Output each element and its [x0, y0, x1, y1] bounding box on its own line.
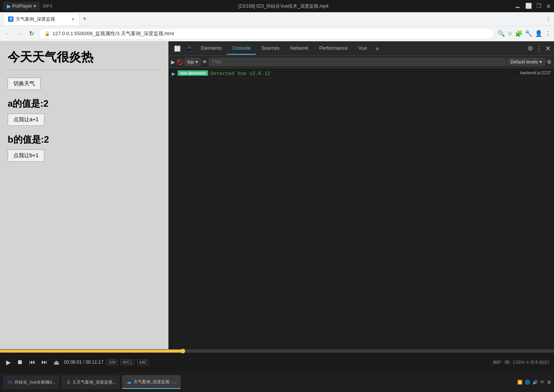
prev-button[interactable]: ⏮	[28, 357, 37, 367]
devtools-toolbar-right: ⚙ ⋮ ✕	[382, 44, 551, 53]
taskbar-item-editor[interactable]: 3 3.天气案例_深度监视...	[62, 375, 120, 389]
taskbar-word-label: 尚硅谷_Vue全家桶d...	[15, 379, 55, 385]
more-tabs-icon[interactable]: »	[373, 42, 381, 55]
bookmark-icon[interactable]: ☆	[507, 30, 513, 37]
increment-a-button[interactable]: 点我让a+1	[8, 114, 44, 126]
tab-title: 天气案例_深度监视	[16, 16, 69, 23]
detected-text: Detected Vue v2.6.12	[210, 70, 270, 76]
divider	[8, 70, 161, 70]
sys-tray: 🔼 🌐 🔊 中 🖥	[517, 379, 551, 385]
taskbar-item-browser[interactable]: ☁ 天气案例_深度监视 - ...	[122, 375, 181, 389]
address-bar: ← → ↻ 🔒 127.0.0.1:5500/09_监视属性/3.天气案例_深度…	[0, 26, 554, 41]
word-icon: W	[7, 379, 13, 385]
extension-icon[interactable]: 🧩	[515, 30, 523, 37]
browser-icon: ☁	[126, 379, 132, 385]
minimize-icon[interactable]: 🗕	[515, 3, 521, 10]
vue-devtools-badge: vue-devtools	[178, 70, 208, 76]
console-clear-button[interactable]: ▶	[171, 59, 175, 65]
format-label: MP4	[43, 3, 52, 9]
window-controls: 🗕 ⬜ ❐ ✕	[515, 3, 551, 10]
context-dropdown-icon: ▾	[196, 59, 198, 65]
next-button[interactable]: ⏭	[40, 357, 49, 367]
avc1-tag: AVC1	[121, 359, 134, 365]
a-value-label: a的值是:2	[8, 98, 161, 110]
tab-performance[interactable]: Performance	[314, 42, 353, 55]
lock-icon: 🔒	[44, 31, 50, 36]
progress-dot[interactable]	[181, 349, 185, 353]
tab-console[interactable]: Console	[227, 42, 256, 55]
console-stop-button[interactable]: 🚫	[177, 59, 183, 65]
console-settings-button[interactable]: ⚙	[547, 59, 552, 65]
devtools-responsive-button[interactable]: 📱	[184, 44, 195, 53]
maximize-icon[interactable]: ❐	[536, 3, 541, 10]
play-button[interactable]: ▶	[5, 357, 12, 368]
title-bar: ▶ PotPlayer ▾ MP4 [23/168] 023_尚硅谷Vue技术_…	[0, 0, 554, 12]
address-input[interactable]: 🔒 127.0.0.1:5500/09_监视属性/3.天气案例_深度监视.htm…	[39, 28, 494, 39]
context-selector[interactable]: top ▾	[185, 58, 200, 66]
webpage: 今天天气很炎热 切换天气 a的值是:2 点我让a+1 b的值是:2 点我让b+1	[0, 41, 168, 349]
taskbar-browser-label: 天气案例_深度监视 - ...	[134, 379, 177, 385]
extensions-icon[interactable]: 🔧	[525, 30, 533, 37]
eye-button[interactable]: 👁	[202, 59, 207, 65]
devtools-close-button[interactable]: ✕	[545, 44, 551, 53]
angle-label: 360°	[493, 360, 502, 364]
back-button[interactable]: ←	[3, 29, 12, 39]
account-icon[interactable]: 👤	[535, 30, 543, 37]
tab-vue[interactable]: Vue	[353, 42, 373, 55]
level-label: Default levels	[510, 59, 538, 65]
browser-menu-icon[interactable]: ⋮	[546, 16, 551, 22]
tray-volume-icon[interactable]: 🔊	[533, 380, 538, 385]
main-area: 今天天气很炎热 切换天气 a的值是:2 点我让a+1 b的值是:2 点我让b+1…	[0, 41, 554, 349]
console-message: ▶ vue-devtools Detected Vue v2.6.12 back…	[169, 70, 554, 78]
tab-sources[interactable]: Sources	[256, 42, 285, 55]
stop-button[interactable]: ⏹	[15, 357, 24, 367]
tab-close-button[interactable]: ×	[72, 16, 75, 22]
zoom-icon[interactable]: 🔍	[497, 30, 505, 37]
taskbar-right: 🔼 🌐 🔊 中 🖥	[183, 379, 551, 385]
progress-bar[interactable]	[0, 350, 554, 353]
tray-display-icon[interactable]: 🖥	[547, 380, 551, 384]
devtools-select-button[interactable]: ⬜	[172, 44, 183, 53]
close-icon[interactable]: ✕	[546, 3, 551, 10]
tray-network-icon[interactable]: 🌐	[525, 380, 530, 385]
media-bar: ▶ ⏹ ⏮ ⏭ ⏏ 00:06:01 / 00:11:17 S/W AVC1 A…	[0, 349, 554, 372]
console-output: ▶ vue-devtools Detected Vue v2.6.12 back…	[169, 68, 554, 349]
increment-b-button[interactable]: 点我让b+1	[8, 150, 44, 162]
progress-fill	[0, 350, 183, 353]
filter-input[interactable]	[209, 58, 505, 66]
time-display: 00:06:01 / 00:11:17	[64, 359, 103, 365]
sw-tag: S/W	[106, 359, 117, 365]
media-right: 360° 3D CSDN ® 符木成桂2	[152, 359, 549, 365]
tab-elements[interactable]: Elements	[196, 42, 227, 55]
tab-network[interactable]: Network	[285, 42, 314, 55]
window-title: [23/168] 023_尚硅谷Vue技术_深度监视.mp4	[55, 3, 512, 10]
taskbar-editor-label: 3.天气案例_深度监视...	[73, 379, 116, 385]
tray-up-icon[interactable]: 🔼	[517, 380, 523, 385]
context-label: top	[187, 59, 194, 65]
browser-tab[interactable]: 天 天气案例_深度监视 ×	[3, 13, 80, 25]
app-logo[interactable]: ▶ PotPlayer ▾	[3, 2, 40, 11]
console-toolbar: ▶ 🚫 top ▾ 👁 Default levels ▾ ⚙	[169, 56, 554, 68]
level-dropdown-icon: ▾	[539, 59, 542, 65]
devtools-more-button[interactable]: ⋮	[536, 45, 542, 52]
taskbar-item-word[interactable]: W 尚硅谷_Vue全家桶d...	[3, 375, 59, 389]
expand-arrow-icon[interactable]: ▶	[172, 70, 178, 77]
forward-button[interactable]: →	[15, 29, 24, 39]
mode-3d-label: 3D	[504, 360, 510, 364]
source-link[interactable]: backend.js:2237	[520, 70, 551, 75]
devtools-panel: ⬜ 📱 Elements Console Sources Network Per…	[168, 41, 554, 349]
level-selector[interactable]: Default levels ▾	[507, 58, 545, 66]
devtools-settings-button[interactable]: ⚙	[528, 45, 533, 52]
restore-icon[interactable]: ⬜	[525, 3, 532, 10]
switch-weather-button[interactable]: 切换天气	[8, 78, 41, 90]
b-value-label: b的值是:2	[8, 133, 161, 146]
tab-bar: 天 天气案例_深度监视 × + ⋮	[0, 12, 554, 26]
eject-button[interactable]: ⏏	[52, 357, 61, 368]
tray-lang-icon[interactable]: 中	[540, 379, 544, 385]
devtools-toolbar: ⬜ 📱 Elements Console Sources Network Per…	[169, 41, 554, 56]
new-tab-button[interactable]: +	[80, 15, 90, 23]
browser-options-icon[interactable]: ⋮	[545, 30, 551, 37]
aac-tag: AAC	[137, 359, 149, 365]
windows-taskbar: W 尚硅谷_Vue全家桶d... 3 3.天气案例_深度监视... ☁ 天气案例…	[0, 372, 554, 392]
refresh-button[interactable]: ↻	[28, 28, 36, 39]
